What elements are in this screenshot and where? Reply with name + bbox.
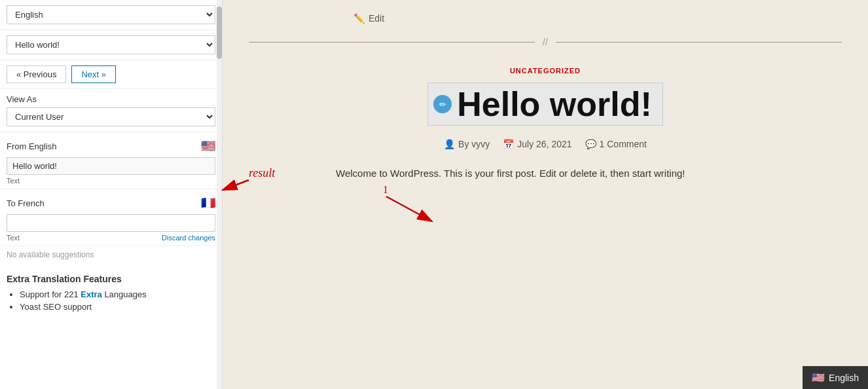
view-as-dropdown[interactable]: Current User (7, 107, 215, 126)
from-lang-header: From English 🇺🇸 (7, 139, 215, 153)
extra-features-title: Extra Translation Features (7, 274, 215, 284)
main-content: ✏️ Edit // UNCATEGORIZED ✏ Hello world! … (223, 0, 868, 389)
post-select-section: Hello world! (0, 30, 222, 60)
post-dropdown[interactable]: Hello world! (7, 35, 215, 54)
from-lang-type-row: Text (7, 177, 215, 185)
comments-label: 1 Comment (600, 139, 647, 149)
to-lang-flag: 🇫🇷 (201, 196, 215, 210)
author-meta: 👤 By vyvy (444, 139, 490, 149)
comments-meta: 💬 1 Comment (585, 139, 647, 149)
pencil-icon: ✏ (439, 100, 446, 109)
divider-line: // (249, 37, 842, 47)
discard-changes-link[interactable]: Discard changes (162, 234, 215, 242)
bottom-flag-icon: 🇺🇸 (812, 371, 825, 384)
view-as-label: View As (7, 94, 215, 104)
date-meta: 📅 July 26, 2021 (503, 139, 571, 149)
to-lang-header: To French 🇫🇷 (7, 196, 215, 210)
language-select-section: English (0, 0, 222, 30)
extra-features-list: Support for 221 Extra Languages Yoast SE… (7, 289, 215, 312)
sidebar: English Hello world! « Previous Next » V… (0, 0, 223, 389)
nav-buttons-section: « Previous Next » (0, 60, 222, 89)
list-item: Yoast SEO support (20, 302, 215, 312)
next-button[interactable]: Next » (71, 65, 116, 83)
category-label[interactable]: UNCATEGORIZED (249, 67, 842, 75)
language-bottom-bar[interactable]: 🇺🇸 English (803, 366, 868, 389)
scrollbar-thumb (217, 7, 222, 59)
edit-icon: ✏️ (353, 13, 365, 24)
sidebar-scrollbar[interactable] (217, 0, 222, 389)
to-lang-input[interactable] (7, 214, 215, 232)
from-lang-label: From English (7, 141, 57, 151)
comment-icon: 💬 (585, 139, 596, 149)
from-lang-section: From English 🇺🇸 Text (0, 132, 222, 189)
person-icon: 👤 (444, 139, 455, 149)
bottom-lang-label: English (829, 373, 859, 383)
author-label: By vyvy (458, 139, 490, 149)
extra-link[interactable]: Extra (81, 289, 102, 299)
to-lang-section: To French 🇫🇷 Text Discard changes (0, 189, 222, 246)
prev-button[interactable]: « Previous (7, 65, 66, 83)
to-lang-type: Text (7, 234, 20, 242)
post-meta: 👤 By vyvy 📅 July 26, 2021 💬 1 Comment (249, 139, 842, 149)
post-title: Hello world! (457, 87, 652, 121)
to-lang-type-row: Text Discard changes (7, 234, 215, 242)
extra-features-section: Extra Translation Features Support for 2… (0, 265, 222, 321)
from-lang-flag: 🇺🇸 (201, 139, 215, 153)
to-lang-label: To French (7, 198, 45, 208)
divider-right (556, 42, 842, 43)
language-dropdown[interactable]: English (7, 5, 215, 24)
edit-pencil-button[interactable]: ✏ (433, 95, 452, 113)
suggestions-text: No available suggestions (0, 246, 222, 265)
from-lang-input[interactable] (7, 157, 215, 175)
list-item: Support for 221 Extra Languages (20, 289, 215, 299)
post-title-wrapper: ✏ Hello world! (427, 83, 663, 126)
from-lang-type: Text (7, 177, 20, 185)
view-as-section: View As Current User (0, 89, 222, 132)
post-card: UNCATEGORIZED ✏ Hello world! 👤 By vyvy 📅… (249, 67, 842, 182)
post-content: Welcome to WordPress. This is your first… (336, 165, 755, 182)
edit-text[interactable]: Edit (369, 13, 384, 24)
edit-bar: ✏️ Edit (353, 13, 842, 24)
date-label: July 26, 2021 (517, 139, 571, 149)
divider-slash: // (535, 37, 556, 47)
calendar-icon: 📅 (503, 139, 514, 149)
divider-left (249, 42, 535, 43)
